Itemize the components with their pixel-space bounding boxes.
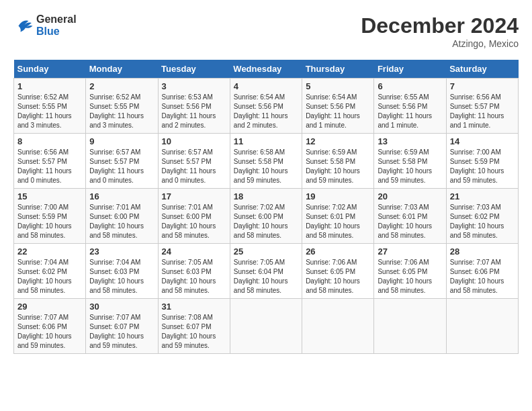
table-cell: 30 Sunrise: 7:07 AMSunset: 6:07 PMDaylig… xyxy=(86,299,158,354)
day-info: Sunrise: 6:57 AMSunset: 5:57 PMDaylight:… xyxy=(162,148,216,184)
day-info: Sunrise: 6:52 AMSunset: 5:55 PMDaylight:… xyxy=(17,93,72,129)
day-info: Sunrise: 6:56 AMSunset: 5:57 PMDaylight:… xyxy=(450,93,504,129)
table-cell xyxy=(230,299,302,354)
table-cell: 8 Sunrise: 6:56 AMSunset: 5:57 PMDayligh… xyxy=(14,134,86,189)
day-info: Sunrise: 7:06 AMSunset: 6:05 PMDaylight:… xyxy=(378,259,432,294)
table-cell: 9 Sunrise: 6:57 AMSunset: 5:57 PMDayligh… xyxy=(86,134,158,189)
week-row-1: 1 Sunrise: 6:52 AMSunset: 5:55 PMDayligh… xyxy=(14,79,519,134)
day-info: Sunrise: 7:00 AMSunset: 5:59 PMDaylight:… xyxy=(17,203,72,239)
day-number: 4 xyxy=(234,81,298,91)
day-info: Sunrise: 7:01 AMSunset: 6:00 PMDaylight:… xyxy=(162,203,216,239)
title-block: December 2024 Atzingo, Mexico xyxy=(361,13,519,49)
week-row-5: 29 Sunrise: 7:07 AMSunset: 6:06 PMDaylig… xyxy=(14,299,519,354)
day-number: 2 xyxy=(89,81,154,91)
day-number: 10 xyxy=(162,136,226,146)
day-number: 26 xyxy=(306,246,370,257)
day-info: Sunrise: 7:03 AMSunset: 6:01 PMDaylight:… xyxy=(378,203,432,239)
table-cell: 11 Sunrise: 6:58 AMSunset: 5:58 PMDaylig… xyxy=(230,134,302,189)
week-row-3: 15 Sunrise: 7:00 AMSunset: 5:59 PMDaylig… xyxy=(14,189,519,244)
day-info: Sunrise: 7:05 AMSunset: 6:04 PMDaylight:… xyxy=(234,259,288,294)
day-number: 5 xyxy=(306,81,370,91)
day-number: 25 xyxy=(234,246,298,257)
week-row-4: 22 Sunrise: 7:04 AMSunset: 6:02 PMDaylig… xyxy=(14,244,519,299)
logo: General Blue xyxy=(13,13,77,38)
table-cell: 7 Sunrise: 6:56 AMSunset: 5:57 PMDayligh… xyxy=(446,79,518,134)
table-cell: 5 Sunrise: 6:54 AMSunset: 5:56 PMDayligh… xyxy=(302,79,374,134)
day-number: 6 xyxy=(378,81,442,91)
day-number: 3 xyxy=(162,81,226,91)
day-number: 15 xyxy=(17,191,82,201)
week-row-2: 8 Sunrise: 6:56 AMSunset: 5:57 PMDayligh… xyxy=(14,134,519,189)
header-thursday: Thursday xyxy=(302,60,374,79)
day-info: Sunrise: 7:03 AMSunset: 6:02 PMDaylight:… xyxy=(450,203,504,239)
day-number: 31 xyxy=(162,302,226,312)
table-cell: 16 Sunrise: 7:01 AMSunset: 6:00 PMDaylig… xyxy=(86,189,158,244)
day-number: 17 xyxy=(162,191,226,201)
day-info: Sunrise: 6:59 AMSunset: 5:58 PMDaylight:… xyxy=(378,148,432,184)
day-info: Sunrise: 7:07 AMSunset: 6:07 PMDaylight:… xyxy=(89,314,144,349)
day-number: 8 xyxy=(17,136,82,146)
table-cell: 31 Sunrise: 7:08 AMSunset: 6:07 PMDaylig… xyxy=(158,299,230,354)
header-tuesday: Tuesday xyxy=(158,60,230,79)
day-info: Sunrise: 6:54 AMSunset: 5:56 PMDaylight:… xyxy=(306,93,360,129)
weekday-header-row: Sunday Monday Tuesday Wednesday Thursday… xyxy=(14,60,519,79)
day-number: 27 xyxy=(378,246,442,257)
location: Atzingo, Mexico xyxy=(361,38,519,49)
month-title: December 2024 xyxy=(361,13,519,38)
table-cell: 26 Sunrise: 7:06 AMSunset: 6:05 PMDaylig… xyxy=(302,244,374,299)
header-wednesday: Wednesday xyxy=(230,60,302,79)
table-cell: 15 Sunrise: 7:00 AMSunset: 5:59 PMDaylig… xyxy=(14,189,86,244)
day-info: Sunrise: 7:02 AMSunset: 6:00 PMDaylight:… xyxy=(234,203,288,239)
table-cell: 25 Sunrise: 7:05 AMSunset: 6:04 PMDaylig… xyxy=(230,244,302,299)
table-cell: 1 Sunrise: 6:52 AMSunset: 5:55 PMDayligh… xyxy=(14,79,86,134)
day-number: 14 xyxy=(450,136,515,146)
day-number: 12 xyxy=(306,136,370,146)
day-info: Sunrise: 6:54 AMSunset: 5:56 PMDaylight:… xyxy=(234,93,288,129)
day-info: Sunrise: 6:59 AMSunset: 5:58 PMDaylight:… xyxy=(306,148,360,184)
header-monday: Monday xyxy=(86,60,158,79)
day-number: 23 xyxy=(89,246,154,257)
day-info: Sunrise: 6:56 AMSunset: 5:57 PMDaylight:… xyxy=(17,148,72,184)
day-number: 7 xyxy=(450,81,515,91)
day-info: Sunrise: 7:02 AMSunset: 6:01 PMDaylight:… xyxy=(306,203,360,239)
day-number: 1 xyxy=(17,81,82,91)
day-info: Sunrise: 7:05 AMSunset: 6:03 PMDaylight:… xyxy=(162,259,216,294)
table-cell: 4 Sunrise: 6:54 AMSunset: 5:56 PMDayligh… xyxy=(230,79,302,134)
day-info: Sunrise: 6:58 AMSunset: 5:58 PMDaylight:… xyxy=(234,148,288,184)
day-number: 24 xyxy=(162,246,226,257)
day-info: Sunrise: 7:08 AMSunset: 6:07 PMDaylight:… xyxy=(162,314,216,349)
header-friday: Friday xyxy=(374,60,446,79)
table-cell: 29 Sunrise: 7:07 AMSunset: 6:06 PMDaylig… xyxy=(14,299,86,354)
day-number: 30 xyxy=(89,302,154,312)
calendar-table: Sunday Monday Tuesday Wednesday Thursday… xyxy=(13,60,519,354)
day-number: 21 xyxy=(450,191,515,201)
day-number: 29 xyxy=(17,302,82,312)
table-cell: 13 Sunrise: 6:59 AMSunset: 5:58 PMDaylig… xyxy=(374,134,446,189)
table-cell: 21 Sunrise: 7:03 AMSunset: 6:02 PMDaylig… xyxy=(446,189,518,244)
day-number: 20 xyxy=(378,191,442,201)
day-info: Sunrise: 7:01 AMSunset: 6:00 PMDaylight:… xyxy=(89,203,144,239)
table-cell xyxy=(374,299,446,354)
day-number: 19 xyxy=(306,191,370,201)
table-cell: 24 Sunrise: 7:05 AMSunset: 6:03 PMDaylig… xyxy=(158,244,230,299)
table-cell: 12 Sunrise: 6:59 AMSunset: 5:58 PMDaylig… xyxy=(302,134,374,189)
table-cell: 2 Sunrise: 6:52 AMSunset: 5:55 PMDayligh… xyxy=(86,79,158,134)
day-info: Sunrise: 7:04 AMSunset: 6:02 PMDaylight:… xyxy=(17,259,72,294)
table-cell: 10 Sunrise: 6:57 AMSunset: 5:57 PMDaylig… xyxy=(158,134,230,189)
day-number: 13 xyxy=(378,136,442,146)
day-info: Sunrise: 7:07 AMSunset: 6:06 PMDaylight:… xyxy=(17,314,72,349)
day-info: Sunrise: 7:04 AMSunset: 6:03 PMDaylight:… xyxy=(89,259,144,294)
day-number: 22 xyxy=(17,246,82,257)
day-info: Sunrise: 6:53 AMSunset: 5:56 PMDaylight:… xyxy=(162,93,216,129)
table-cell: 20 Sunrise: 7:03 AMSunset: 6:01 PMDaylig… xyxy=(374,189,446,244)
logo-text: General Blue xyxy=(36,13,77,38)
table-cell: 17 Sunrise: 7:01 AMSunset: 6:00 PMDaylig… xyxy=(158,189,230,244)
day-info: Sunrise: 7:00 AMSunset: 5:59 PMDaylight:… xyxy=(450,148,504,184)
logo-icon xyxy=(13,16,34,35)
day-number: 18 xyxy=(234,191,298,201)
day-info: Sunrise: 6:55 AMSunset: 5:56 PMDaylight:… xyxy=(378,93,432,129)
table-cell: 18 Sunrise: 7:02 AMSunset: 6:00 PMDaylig… xyxy=(230,189,302,244)
day-number: 9 xyxy=(89,136,154,146)
day-number: 16 xyxy=(89,191,154,201)
table-cell: 27 Sunrise: 7:06 AMSunset: 6:05 PMDaylig… xyxy=(374,244,446,299)
